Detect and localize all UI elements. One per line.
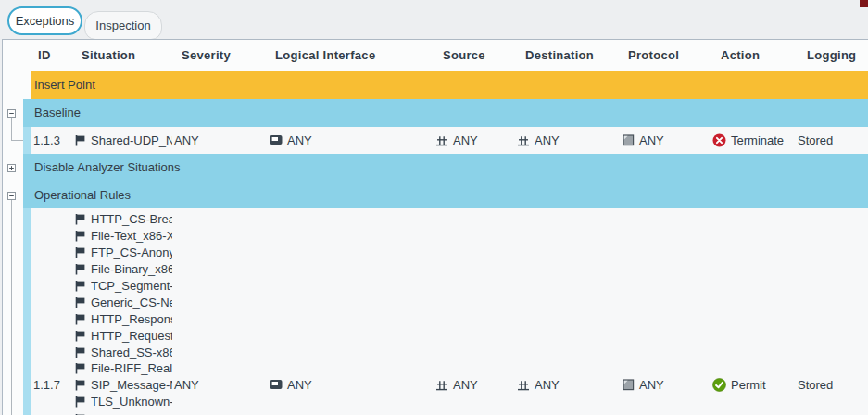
situation-label: File-Text_Mi [91,412,172,415]
situation-label: HTTP_CS-Break [91,212,172,226]
rules-table: ID Situation Severity Logical Interface … [0,0,868,415]
protocol-any-icon [623,134,635,146]
section-row-operational-rules[interactable]: Operational Rules [23,182,868,208]
rule1-logical-interface-label: ANY [287,133,312,147]
rule2-action-cell[interactable]: Permit [712,376,766,393]
col-header-action[interactable]: Action [721,40,760,71]
situation-flag-icon [74,134,86,146]
rule1-source-label: ANY [453,133,478,147]
rule1-protocol-label: ANY [639,133,664,147]
rule1-protocol-cell[interactable]: ANY [623,132,664,148]
rule2-protocol-cell[interactable]: ANY [623,376,664,393]
col-header-source[interactable]: Source [443,40,485,71]
rule1-destination-label: ANY [535,133,560,147]
rule2-logging[interactable]: Stored [798,376,833,393]
rule1-action-cell[interactable]: Terminate [712,132,784,148]
network-any-icon [517,379,530,391]
rule2-logical-interface-label: ANY [287,378,312,392]
network-any-icon [435,379,448,391]
rule1-logging[interactable]: Stored [798,132,833,148]
insert-point-label: Insert Point [34,78,95,92]
situation-label: TCP_Segment- [91,279,172,293]
rule2-protocol-label: ANY [639,378,664,392]
rule1-action-label: Terminate [731,133,784,147]
situation-flag-icon [74,280,86,292]
rule1-source-cell[interactable]: ANY [435,132,478,148]
rule2-logical-interface-cell[interactable]: ANY [270,376,312,393]
collapse-toggle-baseline[interactable] [7,109,16,118]
situation-item[interactable]: TLS_Unknown-S [74,393,172,409]
situation-label: HTTP_Request- [91,329,172,343]
operational-indent-strip [23,208,31,415]
situation-label: FTP_CS-Anonyr [91,245,172,259]
situation-label: File-RIFF_RealN [91,361,172,375]
rule2-action-label: Permit [731,378,766,392]
situation-label: HTTP_Respons [91,312,172,326]
situation-flag-icon [74,230,86,242]
situation-flag-icon [74,396,86,408]
situation-flag-icon [74,246,86,258]
tree-elbow [11,140,23,141]
col-header-situation[interactable]: Situation [82,40,135,71]
situation-item[interactable]: HTTP_Respons [74,310,172,327]
col-header-destination[interactable]: Destination [525,40,594,71]
situation-item[interactable]: File-RIFF_RealN [74,359,172,376]
situation-label: Shared_SS-x86 [91,346,172,359]
col-header-logging[interactable]: Logging [807,40,856,71]
situation-flag-icon [74,362,86,374]
situation-flag-icon [74,213,86,225]
col-header-severity[interactable]: Severity [182,40,231,71]
situation-label: File-Binary_x86 [91,262,172,276]
network-any-icon [435,134,448,146]
network-any-icon [517,134,530,146]
permit-icon [712,378,726,392]
rule2-severity[interactable]: ANY [174,376,199,393]
rule2-destination-label: ANY [535,378,560,392]
insert-point-row[interactable]: Insert Point [31,71,868,99]
section-baseline-label: Baseline [34,106,81,119]
rule1-logical-interface-cell[interactable]: ANY [270,132,312,148]
rule2-id: 1.1.7 [33,376,60,393]
situation-item[interactable]: Shared_SS-x86 [74,344,172,360]
section-row-disable-analyzer[interactable]: Disable Analyzer Situations [23,154,868,182]
situation-item[interactable]: Generic_CS-Ne [74,294,172,310]
situation-flag-icon [74,330,86,342]
rule1-destination-cell[interactable]: ANY [517,132,560,148]
situation-item[interactable]: File-Binary_x86 [74,260,172,277]
tree-line [11,118,12,141]
rule1-id: 1.1.3 [33,132,60,148]
inspection-policy-window: { "tabs": [ {"label": "Exceptions", "act… [0,0,868,415]
situation-item[interactable]: HTTP_Request- [74,327,172,344]
situation-item[interactable]: FTP_CS-Anonyr [74,244,172,260]
col-header-protocol[interactable]: Protocol [628,40,679,71]
situation-flag-icon [74,263,86,275]
situation-item[interactable]: SIP_Message-N [74,376,172,393]
section-disable-analyzer-label: Disable Analyzer Situations [34,160,181,174]
situation-item[interactable]: TCP_Segment- [74,277,172,294]
collapse-toggle-operational-rules[interactable] [7,192,16,200]
situation-label: TLS_Unknown-S [91,395,172,409]
tree-line [19,211,19,415]
situation-item[interactable]: HTTP_CS-Break [74,210,172,227]
section-row-baseline[interactable]: Baseline [23,99,868,127]
situation-label: SIP_Message-N [91,378,172,392]
terminate-icon [712,133,726,147]
rule2-source-cell[interactable]: ANY [435,376,478,393]
logical-interface-icon [270,134,283,145]
situation-flag-icon [74,296,86,308]
tree-line [11,200,12,415]
expand-toggle-disable-analyzer[interactable] [7,164,16,172]
rule2-source-label: ANY [453,378,478,392]
situation-flag-icon [74,313,86,325]
col-header-id[interactable]: ID [38,40,51,71]
rule1-situation-cell[interactable]: Shared-UDP_NS [74,132,172,148]
situation-label: File-Text_x86-X [91,229,172,243]
situation-label: Generic_CS-Ne [91,296,172,309]
situation-item[interactable]: File-Text_x86-X [74,227,172,244]
col-header-logical-interface[interactable]: Logical Interface [275,40,375,71]
rule1-severity[interactable]: ANY [174,132,199,148]
rule2-destination-cell[interactable]: ANY [517,376,560,393]
section-operational-rules-label: Operational Rules [34,188,131,202]
situation-flag-icon [74,346,86,358]
situation-item[interactable]: File-Text_Mi [74,410,172,415]
